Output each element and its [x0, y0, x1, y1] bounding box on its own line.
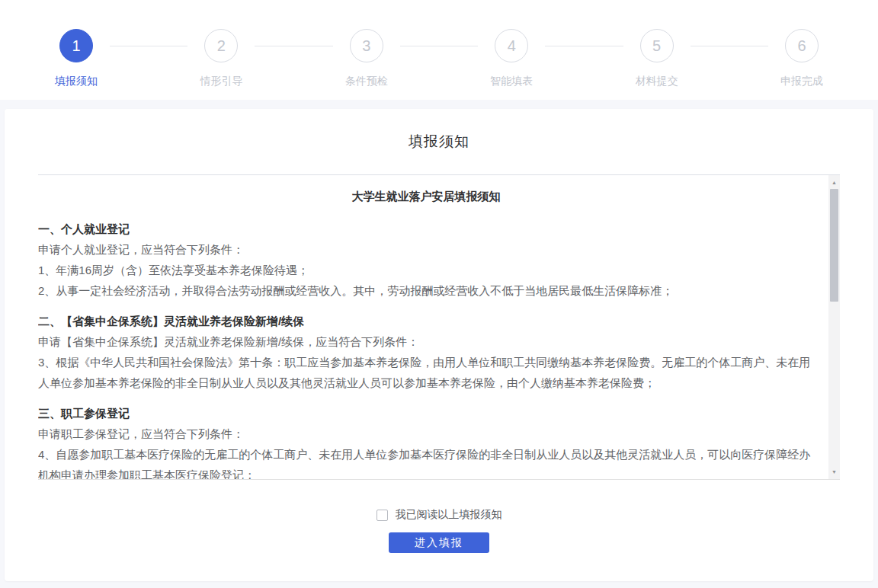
page-title: 填报须知: [5, 109, 873, 152]
stepper-header: 1 填报须知 2 情形引导 3 条件预检 4 智能填表 5 材料提交 6 申报完…: [0, 0, 878, 100]
enter-filling-button[interactable]: 进入填报: [389, 532, 489, 553]
notice-section-1: 一、个人就业登记 申请个人就业登记，应当符合下列条件： 1、年满16周岁（含）至…: [38, 219, 814, 301]
step-connector: [255, 46, 332, 46]
step-connector: [545, 46, 623, 46]
step-label: 智能填表: [490, 75, 533, 88]
step-number-badge: 6: [785, 29, 819, 62]
notice-section-3: 三、职工参保登记 申请职工参保登记，应当符合下列条件： 4、自愿参加职工基本医疗…: [38, 403, 814, 480]
section-line: 3、根据《中华人民共和国社会保险法》第十条：职工应当参加基本养老保险，由用人单位…: [38, 352, 814, 393]
progress-stepper: 1 填报须知 2 情形引导 3 条件预检 4 智能填表 5 材料提交 6 申报完…: [43, 29, 835, 88]
notice-section-2: 二、【省集中企保系统】灵活就业养老保险新增/续保 申请【省集中企保系统】灵活就业…: [38, 311, 814, 393]
vertical-scrollbar[interactable]: ▲ ▼: [828, 175, 840, 479]
step-condition-precheck[interactable]: 3 条件预检: [333, 29, 400, 88]
section-line: 申请【省集中企保系统】灵活就业养老保险新增/续保，应当符合下列条件：: [38, 331, 814, 352]
step-number-badge: 4: [495, 29, 528, 62]
scrollbar-thumb[interactable]: [830, 189, 838, 302]
step-connector: [400, 46, 478, 46]
step-number-badge: 2: [204, 29, 238, 62]
step-connector: [691, 46, 768, 46]
section-heading: 三、职工参保登记: [38, 403, 814, 423]
notice-scroll-area[interactable]: 大学生就业落户安居填报须知 一、个人就业登记 申请个人就业登记，应当符合下列条件…: [38, 174, 840, 480]
step-label: 申报完成: [780, 75, 823, 88]
step-label: 条件预检: [345, 75, 388, 88]
step-fill-in-notice[interactable]: 1 填报须知: [43, 29, 110, 88]
agree-checkbox[interactable]: [377, 510, 388, 521]
step-number-badge: 5: [640, 29, 674, 62]
scroll-down-arrow-icon[interactable]: ▼: [828, 466, 840, 478]
section-heading: 二、【省集中企保系统】灵活就业养老保险新增/续保: [38, 311, 814, 331]
section-line: 申请职工参保登记，应当符合下列条件：: [38, 423, 814, 444]
step-connector: [110, 46, 187, 46]
agreement-row: 我已阅读以上填报须知: [5, 508, 873, 522]
step-label: 材料提交: [636, 75, 678, 88]
step-material-submit[interactable]: 5 材料提交: [623, 29, 691, 88]
section-line: 2、从事一定社会经济活动，并取得合法劳动报酬或经营收入。其中，劳动报酬或经营收入…: [38, 280, 814, 301]
section-line: 申请个人就业登记，应当符合下列条件：: [38, 239, 814, 260]
step-label: 情形引导: [200, 75, 242, 88]
notice-heading: 大学生就业落户安居填报须知: [38, 186, 814, 206]
step-situation-guide[interactable]: 2 情形引导: [187, 29, 255, 88]
step-number-badge: 3: [350, 29, 383, 62]
section-line: 4、自愿参加职工基本医疗保险的无雇工的个体工商户、未在用人单位参加基本医疗保险的…: [38, 444, 814, 480]
step-number-badge: 1: [59, 29, 93, 62]
section-heading: 一、个人就业登记: [38, 219, 814, 239]
notice-content: 大学生就业落户安居填报须知 一、个人就业登记 申请个人就业登记，应当符合下列条件…: [38, 175, 840, 480]
scroll-up-arrow-icon[interactable]: ▲: [828, 177, 840, 188]
step-label: 填报须知: [55, 75, 98, 88]
agree-checkbox-label[interactable]: 我已阅读以上填报须知: [396, 508, 502, 522]
step-smart-form[interactable]: 4 智能填表: [478, 29, 545, 88]
notice-panel: 填报须知 大学生就业落户安居填报须知 一、个人就业登记 申请个人就业登记，应当符…: [5, 109, 873, 581]
step-declaration-complete[interactable]: 6 申报完成: [768, 29, 835, 88]
section-line: 1、年满16周岁（含）至依法享受基本养老保险待遇；: [38, 260, 814, 280]
